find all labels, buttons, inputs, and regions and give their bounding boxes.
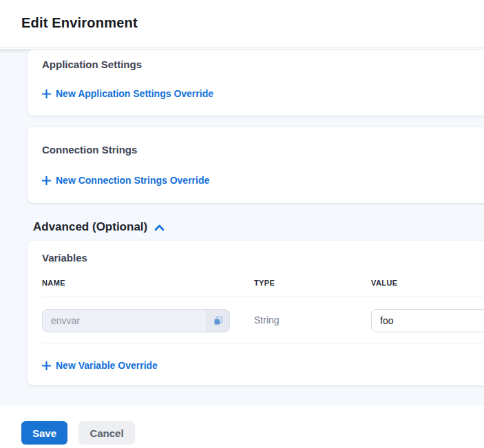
add-link-label: New Application Settings Override: [56, 88, 213, 99]
variable-type-label: String: [254, 314, 280, 326]
edit-environment-form: Application Settings New Application Set…: [0, 49, 484, 406]
table-divider: [42, 343, 484, 343]
plus-icon: [42, 89, 51, 98]
add-link-label: New Connection Strings Override: [56, 175, 209, 186]
connection-strings-card: Connection Strings New Connection String…: [28, 127, 484, 203]
variables-table-header: NAME TYPE VALUE: [28, 279, 484, 292]
save-button[interactable]: Save: [21, 421, 67, 445]
variable-name-input[interactable]: [43, 310, 207, 332]
copy-button[interactable]: [207, 310, 229, 332]
column-header-value: VALUE: [371, 279, 397, 287]
form-footer: Save Cancel: [0, 406, 484, 448]
new-variable-override-link[interactable]: New Variable Override: [42, 360, 158, 371]
advanced-optional-label: Advanced (Optional): [33, 220, 147, 234]
variables-card: Variables NAME TYPE VALUE String: [28, 241, 484, 385]
page-header: Edit Environment: [0, 0, 484, 48]
cancel-button[interactable]: Cancel: [78, 421, 135, 445]
column-header-type: TYPE: [254, 279, 275, 287]
new-connection-strings-override-link[interactable]: New Connection Strings Override: [42, 175, 209, 186]
advanced-optional-toggle[interactable]: Advanced (Optional): [33, 220, 165, 234]
copy-icon: [213, 316, 223, 326]
connection-strings-title: Connection Strings: [42, 144, 137, 156]
variable-value-input[interactable]: [371, 309, 484, 332]
new-application-settings-override-link[interactable]: New Application Settings Override: [42, 88, 213, 99]
add-link-label: New Variable Override: [56, 360, 158, 371]
variable-row: String: [28, 309, 484, 332]
variable-name-input-group: [42, 309, 230, 332]
plus-icon: [42, 361, 51, 370]
application-settings-card: Application Settings New Application Set…: [28, 50, 484, 116]
plus-icon: [42, 176, 51, 185]
page-title: Edit Environment: [21, 15, 138, 31]
column-header-name: NAME: [42, 279, 65, 287]
variables-title: Variables: [42, 252, 87, 264]
table-divider: [42, 297, 484, 297]
chevron-up-icon: [154, 224, 165, 231]
application-settings-title: Application Settings: [42, 58, 142, 70]
